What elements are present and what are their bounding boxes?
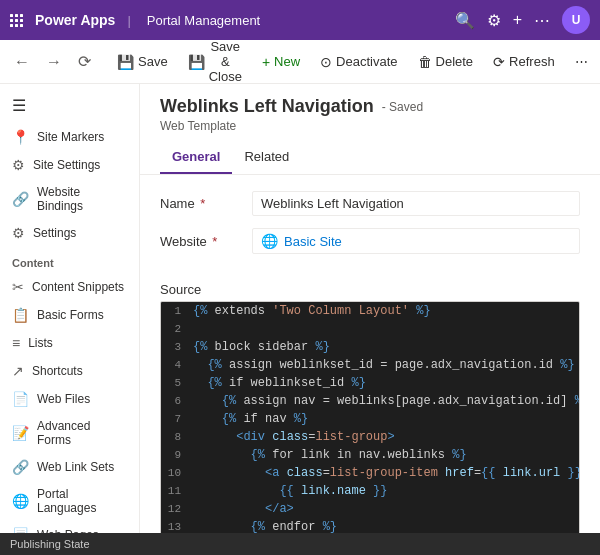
form-header: Weblinks Left Navigation - Saved Web Tem… — [140, 84, 600, 175]
site-markers-icon: 📍 — [12, 129, 29, 145]
code-line: 1 {% extends 'Two Column Layout' %} — [161, 302, 579, 320]
sidebar-item-lists[interactable]: ≡ Lists — [0, 329, 139, 357]
code-line: 13 {% endfor %} — [161, 518, 579, 533]
command-bar: ← → ⟳ 💾 Save 💾 Save & Close + New ⊙ Deac… — [0, 40, 600, 84]
sidebar-hamburger[interactable]: ☰ — [0, 88, 139, 123]
app-name: Power Apps — [35, 12, 115, 28]
save-close-icon: 💾 — [188, 54, 205, 70]
save-close-button[interactable]: 💾 Save & Close — [180, 35, 250, 88]
sidebar-item-web-files[interactable]: 📄 Web Files — [0, 385, 139, 413]
top-bar: Power Apps | Portal Management 🔍 ⚙ + ⋯ U — [0, 0, 600, 40]
settings-icon[interactable]: ⚙ — [487, 11, 501, 30]
code-line: 10 <a class=list-group-item href={{ link… — [161, 464, 579, 482]
sidebar-item-content-snippets[interactable]: ✂ Content Snippets — [0, 273, 139, 301]
website-bindings-icon: 🔗 — [12, 191, 29, 207]
form-title-row: Weblinks Left Navigation - Saved — [160, 96, 580, 117]
source-section: Source 1 {% extends 'Two Column Layout' … — [140, 282, 600, 533]
web-files-icon: 📄 — [12, 391, 29, 407]
code-line: 2 — [161, 320, 579, 338]
main-layout: ☰ 📍 Site Markers ⚙ Site Settings 🔗 Websi… — [0, 84, 600, 533]
website-value[interactable]: 🌐 Basic Site — [252, 228, 580, 254]
sidebar-item-portal-languages[interactable]: 🌐 Portal Languages — [0, 481, 139, 521]
code-line: 6 {% assign nav = weblinks[page.adx_navi… — [161, 392, 579, 410]
portal-languages-icon: 🌐 — [12, 493, 29, 509]
app-grid-icon[interactable] — [10, 14, 23, 27]
portal-title: Portal Management — [147, 13, 260, 28]
refresh-small-button[interactable]: ⟳ — [72, 48, 97, 75]
avatar[interactable]: U — [562, 6, 590, 34]
website-field-row: Website * 🌐 Basic Site — [160, 228, 580, 254]
form-body: Name * Weblinks Left Navigation Website … — [140, 175, 600, 282]
deactivate-button[interactable]: ⊙ Deactivate — [312, 50, 405, 74]
code-line: 5 {% if weblinkset_id %} — [161, 374, 579, 392]
globe-icon: 🌐 — [261, 233, 278, 249]
refresh-icon: ⟳ — [493, 54, 505, 70]
sidebar-item-web-pages[interactable]: 📃 Web Pages — [0, 521, 139, 533]
code-editor[interactable]: 1 {% extends 'Two Column Layout' %} 2 3 … — [160, 301, 580, 533]
sidebar-item-settings[interactable]: ⚙ Settings — [0, 219, 139, 247]
form-tabs: General Related — [160, 141, 580, 174]
website-link[interactable]: Basic Site — [284, 234, 342, 249]
sidebar-item-web-link-sets[interactable]: 🔗 Web Link Sets — [0, 453, 139, 481]
add-icon[interactable]: + — [513, 11, 522, 29]
web-link-sets-icon: 🔗 — [12, 459, 29, 475]
sidebar-item-basic-forms[interactable]: 📋 Basic Forms — [0, 301, 139, 329]
form-title: Weblinks Left Navigation — [160, 96, 374, 117]
settings-icon: ⚙ — [12, 225, 25, 241]
website-label: Website * — [160, 234, 240, 249]
form-subtitle: Web Template — [160, 119, 580, 133]
code-line: 3 {% block sidebar %} — [161, 338, 579, 356]
content-area: Weblinks Left Navigation - Saved Web Tem… — [140, 84, 600, 533]
top-bar-actions: 🔍 ⚙ + ⋯ U — [455, 6, 590, 34]
code-line: 12 </a> — [161, 500, 579, 518]
source-label: Source — [160, 282, 580, 297]
code-line: 9 {% for link in nav.weblinks %} — [161, 446, 579, 464]
more-actions-button[interactable]: ⋯ — [567, 50, 596, 73]
content-section-label: Content — [0, 247, 139, 273]
save-button[interactable]: 💾 Save — [109, 50, 176, 74]
publishing-state-label: Publishing State — [10, 538, 90, 550]
code-line: 11 {{ link.name }} — [161, 482, 579, 500]
name-label: Name * — [160, 196, 240, 211]
tab-related[interactable]: Related — [232, 141, 301, 174]
name-value[interactable]: Weblinks Left Navigation — [252, 191, 580, 216]
save-icon: 💾 — [117, 54, 134, 70]
shortcuts-icon: ↗ — [12, 363, 24, 379]
sidebar-item-site-settings[interactable]: ⚙ Site Settings — [0, 151, 139, 179]
code-line: 8 <div class=list-group> — [161, 428, 579, 446]
back-button[interactable]: ← — [8, 49, 36, 75]
site-settings-icon: ⚙ — [12, 157, 25, 173]
forward-button[interactable]: → — [40, 49, 68, 75]
name-field-row: Name * Weblinks Left Navigation — [160, 191, 580, 216]
new-icon: + — [262, 54, 270, 70]
search-icon[interactable]: 🔍 — [455, 11, 475, 30]
sidebar-item-site-markers[interactable]: 📍 Site Markers — [0, 123, 139, 151]
delete-icon: 🗑 — [418, 54, 432, 70]
delete-button[interactable]: 🗑 Delete — [410, 50, 482, 74]
tab-general[interactable]: General — [160, 141, 232, 174]
sidebar-item-advanced-forms[interactable]: 📝 Advanced Forms — [0, 413, 139, 453]
advanced-forms-icon: 📝 — [12, 425, 29, 441]
status-bar: Publishing State — [0, 533, 600, 555]
basic-forms-icon: 📋 — [12, 307, 29, 323]
sidebar-item-website-bindings[interactable]: 🔗 Website Bindings — [0, 179, 139, 219]
more-icon[interactable]: ⋯ — [534, 11, 550, 30]
deactivate-icon: ⊙ — [320, 54, 332, 70]
sidebar-item-shortcuts[interactable]: ↗ Shortcuts — [0, 357, 139, 385]
refresh-button[interactable]: ⟳ Refresh — [485, 50, 563, 74]
saved-indicator: - Saved — [382, 100, 423, 114]
new-button[interactable]: + New — [254, 50, 308, 74]
lists-icon: ≡ — [12, 335, 20, 351]
code-line: 7 {% if nav %} — [161, 410, 579, 428]
code-line: 4 {% assign weblinkset_id = page.adx_nav… — [161, 356, 579, 374]
sidebar: ☰ 📍 Site Markers ⚙ Site Settings 🔗 Websi… — [0, 84, 140, 533]
content-snippets-icon: ✂ — [12, 279, 24, 295]
